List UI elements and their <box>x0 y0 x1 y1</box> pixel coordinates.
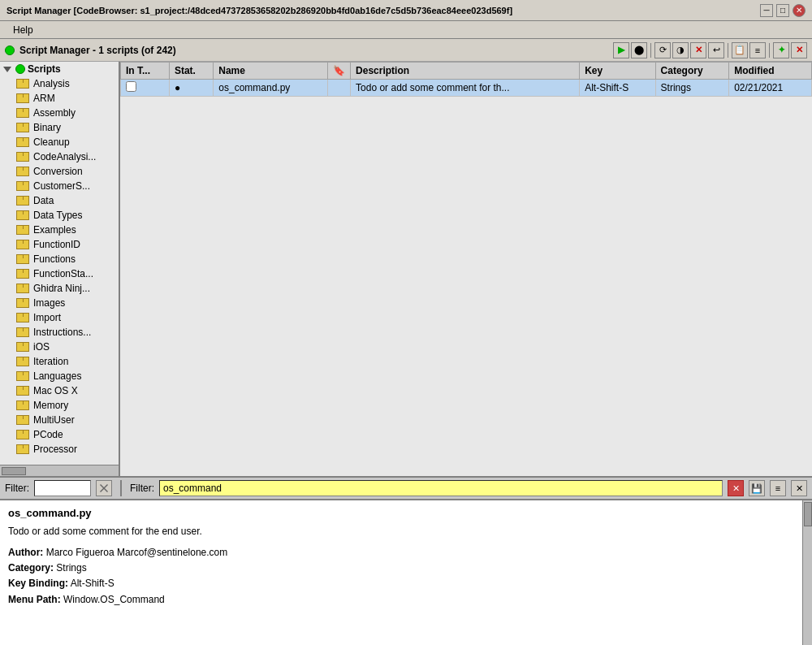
filter-extra-button[interactable]: ✕ <box>791 480 807 496</box>
filter-right-clear-button[interactable]: ✕ <box>728 480 744 496</box>
tree-item-label: FunctionSta... <box>33 268 93 279</box>
close-panel-button[interactable]: ✕ <box>791 42 807 58</box>
tree-item-assembly[interactable]: Assembly <box>0 106 119 120</box>
script-meta: Author: Marco Figueroa Marcof@sentinelon… <box>8 545 804 608</box>
tree-item-macosx[interactable]: Mac OS X <box>0 383 119 398</box>
tree-item-label: FunctionID <box>33 239 80 250</box>
delete-button[interactable]: ✕ <box>690 42 706 58</box>
tree-item-import[interactable]: Import <box>0 310 119 325</box>
maximize-button[interactable]: □ <box>776 4 789 17</box>
run-button[interactable]: ▶ <box>613 42 629 58</box>
folder-icon <box>16 152 28 162</box>
close-button[interactable]: ✕ <box>793 4 806 17</box>
tree-scroll[interactable]: Scripts Analysis ARM Assembly Binary C <box>0 62 119 465</box>
col-header-modified: Modified <box>729 63 812 80</box>
info-scrollbar[interactable] <box>802 500 812 645</box>
cell-checkbox[interactable] <box>121 80 170 97</box>
filter-options-button[interactable]: ≡ <box>770 480 786 496</box>
tree-item-iteration[interactable]: Iteration <box>0 354 119 369</box>
folder-icon <box>16 123 28 132</box>
script-manager-header: Script Manager - 1 scripts (of 242) ▶ ⬤ … <box>0 39 812 62</box>
menu-button[interactable]: ≡ <box>749 42 766 58</box>
clear-icon: ✕ <box>732 483 740 494</box>
tree-item-datatypes[interactable]: Data Types <box>0 208 119 223</box>
tree-item-languages[interactable]: Languages <box>0 369 119 383</box>
folder-icon <box>16 181 28 191</box>
filter-left-clear-button[interactable] <box>96 480 112 496</box>
tree-item-arm[interactable]: ARM <box>0 91 119 106</box>
refresh-button[interactable]: ⟳ <box>654 42 671 58</box>
title-bar: Script Manager [CodeBrowser: s1_project:… <box>0 0 812 21</box>
main-content: Scripts Analysis ARM Assembly Binary C <box>0 62 812 476</box>
folder-icon <box>16 313 28 322</box>
folder-icon <box>16 93 28 103</box>
tree-item-conversion[interactable]: Conversion <box>0 164 119 179</box>
tree-item-analysis[interactable]: Analysis <box>0 76 119 91</box>
tree-item-label: Memory <box>33 400 68 411</box>
row-checkbox[interactable] <box>126 81 136 92</box>
table-panel: In T... Stat. Name 🔖 Description Key Cat… <box>120 62 812 476</box>
folder-icon <box>16 298 28 308</box>
add-button[interactable]: ✦ <box>773 42 789 58</box>
minimize-button[interactable]: ─ <box>760 4 773 17</box>
tree-item-images[interactable]: Images <box>0 296 119 310</box>
filter-save-button[interactable]: 💾 <box>749 480 765 496</box>
scripts-table-wrapper[interactable]: In T... Stat. Name 🔖 Description Key Cat… <box>120 62 812 476</box>
info-scrollbar-thumb <box>804 502 812 526</box>
tree-item-functions[interactable]: Functions <box>0 252 119 266</box>
folder-icon <box>16 196 28 206</box>
filter-right-label: Filter: <box>130 483 154 494</box>
tree-hscrollbar[interactable] <box>0 465 119 476</box>
save-filter-icon: 💾 <box>751 483 762 494</box>
tree-item-functionid[interactable]: FunctionID <box>0 237 119 252</box>
tree-root-toggle-icon <box>3 67 11 72</box>
tree-item-ios[interactable]: iOS <box>0 340 119 354</box>
tree-item-processor[interactable]: Processor <box>0 442 119 457</box>
tree-root-icon <box>15 64 25 74</box>
tree-item-data[interactable]: Data <box>0 193 119 208</box>
undo-button[interactable]: ↩ <box>708 42 724 58</box>
script-description: Todo or add some comment for the end use… <box>8 526 804 537</box>
filter-right-input[interactable]: os_command <box>159 480 723 496</box>
tree-item-label: Import <box>33 312 61 323</box>
filter-left-input[interactable] <box>34 480 91 496</box>
col-header-intools: In T... <box>121 63 170 80</box>
script-filename: os_command.py <box>8 507 804 519</box>
tree-item-pcode[interactable]: PCode <box>0 427 119 442</box>
menu-help[interactable]: Help <box>6 23 40 37</box>
tree-item-label: Data Types <box>33 210 82 221</box>
tree-item-memory[interactable]: Memory <box>0 398 119 413</box>
col-header-status: Stat. <box>169 63 213 80</box>
tree-item-label: Languages <box>33 370 81 382</box>
table-row[interactable]: ● os_command.py Todo or add some comment… <box>121 80 812 97</box>
tree-item-examples[interactable]: Examples <box>0 223 119 237</box>
status-icon: ● <box>175 82 180 93</box>
col-header-name: Name <box>214 63 328 80</box>
tree-item-instructions[interactable]: Instructions... <box>0 325 119 340</box>
tree-item-binary[interactable]: Binary <box>0 120 119 135</box>
scripts-table: In T... Stat. Name 🔖 Description Key Cat… <box>120 62 812 97</box>
tree-item-multiuser[interactable]: MultiUser <box>0 413 119 427</box>
cell-name: os_command.py <box>214 80 328 97</box>
folder-icon <box>16 430 28 439</box>
tree-item-label: Examples <box>33 224 76 236</box>
tree-panel: Scripts Analysis ARM Assembly Binary C <box>0 62 120 476</box>
tree-item-cleanup[interactable]: Cleanup <box>0 135 119 149</box>
tree-item-label: Analysis <box>33 78 70 89</box>
window-controls: ─ □ ✕ <box>760 4 806 17</box>
category-label: Category: <box>8 562 54 574</box>
tree-item-ghidraninja[interactable]: Ghidra Ninj... <box>0 281 119 296</box>
save-button[interactable]: ◑ <box>672 42 689 58</box>
tree-root[interactable]: Scripts <box>0 62 119 76</box>
debug-button[interactable]: ⬤ <box>631 42 647 58</box>
tree-item-label: Instructions... <box>33 327 91 338</box>
tree-item-codeanalysis[interactable]: CodeAnalysi... <box>0 149 119 164</box>
folder-icon <box>16 371 28 381</box>
tree-item-customers[interactable]: CustomerS... <box>0 179 119 193</box>
tree-item-label: Functions <box>33 253 76 265</box>
author-label: Author: <box>8 547 43 558</box>
tree-item-label: Iteration <box>33 356 68 367</box>
folder-icon <box>16 108 28 118</box>
tree-item-functionstart[interactable]: FunctionSta... <box>0 266 119 281</box>
copy-button[interactable]: 📋 <box>732 42 748 58</box>
